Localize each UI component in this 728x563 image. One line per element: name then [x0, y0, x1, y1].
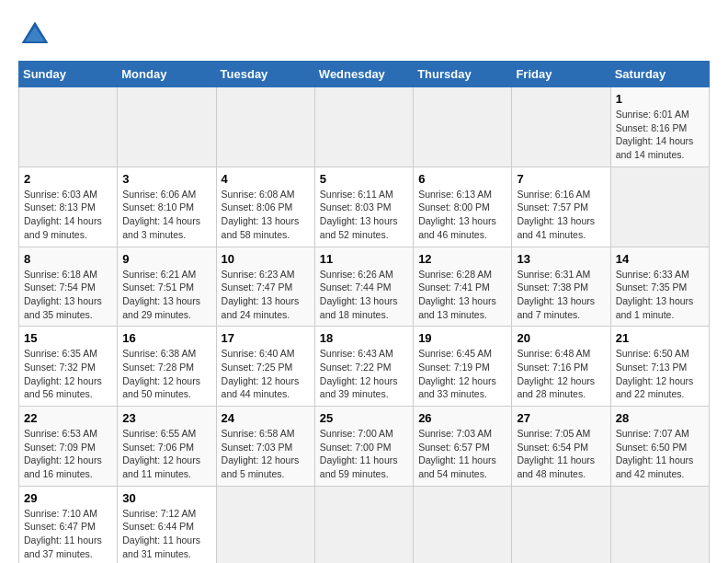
sunrise: Sunrise: 6:06 AM	[122, 188, 210, 201]
calendar-cell: 11 Sunrise: 6:26 AM Sunset: 7:44 PM Dayl…	[314, 247, 413, 327]
day-info: Sunrise: 6:08 AM Sunset: 8:06 PM Dayligh…	[222, 188, 310, 242]
day-info: Sunrise: 6:50 AM Sunset: 7:13 PM Dayligh…	[616, 347, 704, 401]
sunset: Sunset: 7:54 PM	[24, 281, 112, 294]
daylight: Daylight: 13 hours and 7 minutes.	[517, 294, 605, 321]
daylight: Daylight: 12 hours and 56 minutes.	[24, 374, 112, 401]
day-number: 15	[24, 331, 112, 345]
daylight: Daylight: 12 hours and 22 minutes.	[616, 374, 704, 401]
daylight: Daylight: 12 hours and 50 minutes.	[122, 374, 210, 401]
sunset: Sunset: 8:03 PM	[320, 201, 408, 214]
sunrise: Sunrise: 6:33 AM	[616, 268, 704, 282]
day-info: Sunrise: 6:43 AM Sunset: 7:22 PM Dayligh…	[320, 347, 408, 401]
calendar-cell	[314, 87, 413, 167]
calendar-week-1: 1 Sunrise: 6:01 AM Sunset: 8:16 PM Dayli…	[19, 87, 710, 167]
sunrise: Sunrise: 6:43 AM	[320, 347, 408, 361]
day-info: Sunrise: 7:00 AM Sunset: 7:00 PM Dayligh…	[320, 427, 408, 481]
sunset: Sunset: 7:13 PM	[616, 361, 704, 374]
calendar-cell: 13 Sunrise: 6:31 AM Sunset: 7:38 PM Dayl…	[512, 247, 610, 327]
sunset: Sunset: 8:16 PM	[616, 121, 704, 135]
day-number: 2	[24, 172, 112, 186]
calendar-cell: 28 Sunrise: 7:07 AM Sunset: 6:50 PM Dayl…	[610, 407, 709, 487]
calendar-cell: 16 Sunrise: 6:38 AM Sunset: 7:28 PM Dayl…	[118, 327, 216, 407]
sunrise: Sunrise: 6:03 AM	[24, 188, 112, 201]
sunrise: Sunrise: 6:53 AM	[24, 427, 112, 441]
day-info: Sunrise: 6:18 AM Sunset: 7:54 PM Dayligh…	[24, 268, 112, 322]
day-info: Sunrise: 6:33 AM Sunset: 7:35 PM Dayligh…	[616, 268, 704, 322]
calendar-cell: 27 Sunrise: 7:05 AM Sunset: 6:54 PM Dayl…	[512, 407, 610, 487]
sunset: Sunset: 6:57 PM	[418, 441, 506, 454]
sunrise: Sunrise: 6:40 AM	[222, 347, 310, 361]
calendar-cell: 20 Sunrise: 6:48 AM Sunset: 7:16 PM Dayl…	[512, 327, 610, 407]
logo-icon	[18, 18, 51, 52]
sunrise: Sunrise: 6:21 AM	[122, 268, 210, 282]
day-info: Sunrise: 6:45 AM Sunset: 7:19 PM Dayligh…	[418, 347, 506, 401]
calendar-cell: 21 Sunrise: 6:50 AM Sunset: 7:13 PM Dayl…	[610, 327, 709, 407]
daylight: Daylight: 14 hours and 14 minutes.	[616, 134, 704, 161]
day-info: Sunrise: 6:23 AM Sunset: 7:47 PM Dayligh…	[222, 268, 310, 322]
calendar-cell	[414, 87, 512, 167]
day-number: 22	[24, 411, 112, 425]
daylight: Daylight: 11 hours and 59 minutes.	[320, 454, 408, 480]
calendar-week-2: 2 Sunrise: 6:03 AM Sunset: 8:13 PM Dayli…	[19, 167, 710, 247]
day-info: Sunrise: 6:16 AM Sunset: 7:57 PM Dayligh…	[517, 188, 605, 242]
daylight: Daylight: 13 hours and 41 minutes.	[517, 214, 605, 241]
day-number: 17	[222, 331, 310, 345]
sunrise: Sunrise: 6:01 AM	[616, 108, 704, 121]
day-number: 16	[122, 331, 210, 345]
calendar-cell: 4 Sunrise: 6:08 AM Sunset: 8:06 PM Dayli…	[216, 167, 314, 247]
sunset: Sunset: 7:00 PM	[320, 441, 408, 454]
day-number: 10	[222, 252, 310, 266]
day-number: 9	[122, 252, 210, 266]
sunset: Sunset: 7:19 PM	[418, 361, 506, 374]
weekday-header-thursday: Thursday	[414, 62, 512, 87]
sunrise: Sunrise: 6:50 AM	[616, 347, 704, 361]
day-number: 19	[418, 331, 506, 345]
calendar-cell: 22 Sunrise: 6:53 AM Sunset: 7:09 PM Dayl…	[19, 407, 118, 487]
day-number: 30	[122, 491, 210, 505]
calendar-cell: 19 Sunrise: 6:45 AM Sunset: 7:19 PM Dayl…	[414, 327, 512, 407]
day-number: 29	[24, 491, 112, 505]
calendar-cell: 9 Sunrise: 6:21 AM Sunset: 7:51 PM Dayli…	[118, 247, 216, 327]
weekday-header-sunday: Sunday	[19, 62, 118, 87]
sunset: Sunset: 7:32 PM	[24, 361, 112, 374]
day-number: 20	[517, 331, 605, 345]
calendar-cell	[314, 486, 413, 563]
sunset: Sunset: 7:28 PM	[122, 361, 210, 374]
weekday-header-wednesday: Wednesday	[314, 62, 413, 87]
daylight: Daylight: 12 hours and 39 minutes.	[320, 374, 408, 401]
daylight: Daylight: 12 hours and 28 minutes.	[517, 374, 605, 401]
day-info: Sunrise: 6:06 AM Sunset: 8:10 PM Dayligh…	[122, 188, 210, 242]
sunset: Sunset: 7:57 PM	[517, 201, 605, 214]
day-number: 25	[320, 411, 408, 425]
sunset: Sunset: 7:25 PM	[222, 361, 310, 374]
daylight: Daylight: 12 hours and 33 minutes.	[418, 374, 506, 401]
sunset: Sunset: 7:44 PM	[320, 281, 408, 294]
calendar-cell: 18 Sunrise: 6:43 AM Sunset: 7:22 PM Dayl…	[314, 327, 413, 407]
daylight: Daylight: 13 hours and 13 minutes.	[418, 294, 506, 321]
daylight: Daylight: 12 hours and 11 minutes.	[122, 454, 210, 480]
sunset: Sunset: 8:10 PM	[122, 201, 210, 214]
sunset: Sunset: 7:09 PM	[24, 441, 112, 454]
calendar-cell: 1 Sunrise: 6:01 AM Sunset: 8:16 PM Dayli…	[610, 87, 709, 167]
day-number: 14	[616, 252, 704, 266]
calendar-cell	[414, 486, 512, 563]
calendar-week-6: 29 Sunrise: 7:10 AM Sunset: 6:47 PM Dayl…	[19, 486, 710, 563]
daylight: Daylight: 12 hours and 16 minutes.	[24, 454, 112, 480]
calendar-cell	[118, 87, 216, 167]
calendar-cell: 17 Sunrise: 6:40 AM Sunset: 7:25 PM Dayl…	[216, 327, 314, 407]
day-info: Sunrise: 6:38 AM Sunset: 7:28 PM Dayligh…	[122, 347, 210, 401]
day-number: 13	[517, 252, 605, 266]
sunrise: Sunrise: 7:05 AM	[517, 427, 605, 441]
sunset: Sunset: 6:54 PM	[517, 441, 605, 454]
daylight: Daylight: 13 hours and 46 minutes.	[418, 214, 506, 241]
day-number: 27	[517, 411, 605, 425]
calendar-cell: 25 Sunrise: 7:00 AM Sunset: 7:00 PM Dayl…	[314, 407, 413, 487]
daylight: Daylight: 11 hours and 48 minutes.	[517, 454, 605, 480]
day-info: Sunrise: 6:11 AM Sunset: 8:03 PM Dayligh…	[320, 188, 408, 242]
sunrise: Sunrise: 6:31 AM	[517, 268, 605, 282]
sunrise: Sunrise: 6:35 AM	[24, 347, 112, 361]
day-info: Sunrise: 6:13 AM Sunset: 8:00 PM Dayligh…	[418, 188, 506, 242]
sunrise: Sunrise: 6:16 AM	[517, 188, 605, 201]
calendar-cell: 10 Sunrise: 6:23 AM Sunset: 7:47 PM Dayl…	[216, 247, 314, 327]
day-number: 23	[122, 411, 210, 425]
